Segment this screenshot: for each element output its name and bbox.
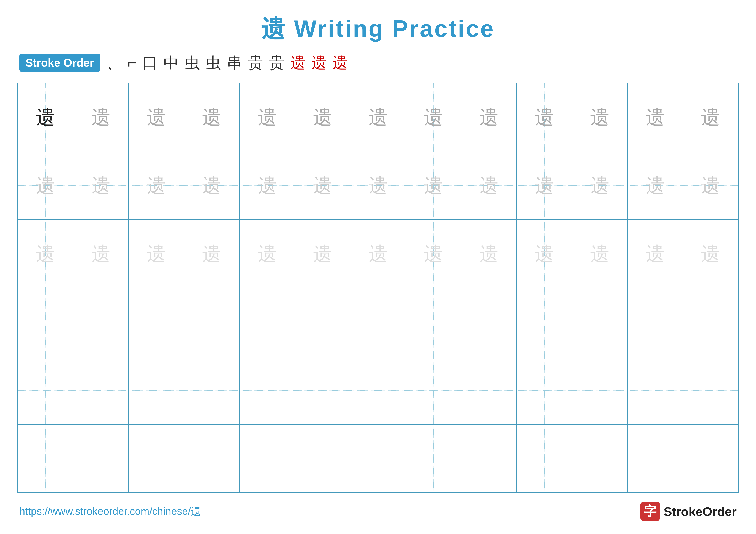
grid-cell[interactable]: [73, 356, 128, 424]
grid-cell[interactable]: [350, 288, 406, 356]
stroke-7: 串: [227, 55, 242, 70]
stroke-6: 虫: [206, 55, 221, 70]
practice-char: 遗: [92, 108, 110, 127]
grid-cell[interactable]: 遗: [406, 151, 461, 219]
practice-char: 遗: [147, 244, 166, 263]
grid-cell[interactable]: [184, 288, 239, 356]
grid-cell[interactable]: 遗: [295, 151, 350, 219]
stroke-sequence: 、 ⌐ 口 中 虫 虫 串 贵 贵 遗 遗 遗: [106, 55, 348, 70]
grid-cell[interactable]: 遗: [572, 151, 627, 219]
grid-cell[interactable]: [73, 288, 128, 356]
grid-cell[interactable]: [73, 424, 128, 493]
grid-cell[interactable]: 遗: [461, 151, 517, 219]
grid-cell[interactable]: 遗: [18, 151, 73, 219]
grid-cell[interactable]: [184, 424, 239, 493]
grid-cell[interactable]: 遗: [683, 83, 738, 151]
grid-cell[interactable]: [628, 424, 683, 493]
grid-cell[interactable]: [683, 356, 738, 424]
grid-cell[interactable]: [18, 288, 73, 356]
grid-cell[interactable]: 遗: [683, 219, 738, 288]
grid-cell[interactable]: [128, 356, 184, 424]
grid-cell[interactable]: 遗: [517, 219, 572, 288]
grid-cell[interactable]: 遗: [461, 83, 517, 151]
grid-cell[interactable]: [295, 356, 350, 424]
grid-cell[interactable]: 遗: [517, 151, 572, 219]
grid-cell[interactable]: 遗: [295, 219, 350, 288]
grid-cell[interactable]: 遗: [295, 83, 350, 151]
grid-cell[interactable]: 遗: [350, 151, 406, 219]
grid-cell[interactable]: [239, 288, 295, 356]
grid-cell[interactable]: [461, 424, 517, 493]
practice-char: 遗: [424, 244, 443, 263]
footer-url[interactable]: https://www.strokeorder.com/chinese/遗: [19, 504, 201, 518]
grid-cell[interactable]: 遗: [517, 83, 572, 151]
grid-cell[interactable]: [572, 356, 627, 424]
title-english: Writing Practice: [294, 15, 495, 42]
practice-char: 遗: [368, 108, 388, 127]
grid-cell[interactable]: 遗: [18, 219, 73, 288]
grid-cell[interactable]: 遗: [184, 151, 239, 219]
grid-cell[interactable]: [128, 424, 184, 493]
grid-cell[interactable]: [295, 288, 350, 356]
grid-cell[interactable]: 遗: [572, 219, 627, 288]
grid-cell[interactable]: [239, 424, 295, 493]
grid-cell[interactable]: 遗: [628, 83, 683, 151]
grid-cell[interactable]: [461, 356, 517, 424]
grid-cell[interactable]: 遗: [73, 219, 128, 288]
grid-cell[interactable]: 遗: [350, 83, 406, 151]
grid-cell[interactable]: 遗: [572, 83, 627, 151]
grid-cell[interactable]: [406, 424, 461, 493]
grid-cell[interactable]: 遗: [628, 219, 683, 288]
grid-cell[interactable]: [683, 288, 738, 356]
grid-cell[interactable]: [350, 424, 406, 493]
practice-char: 遗: [535, 176, 554, 195]
grid-cell[interactable]: 遗: [73, 83, 128, 151]
grid-cell[interactable]: [406, 356, 461, 424]
stroke-3: 口: [143, 55, 157, 70]
grid-cell[interactable]: 遗: [406, 83, 461, 151]
grid-cell[interactable]: 遗: [350, 219, 406, 288]
grid-cell[interactable]: 遗: [239, 83, 295, 151]
grid-cell[interactable]: [239, 356, 295, 424]
grid-cell[interactable]: [517, 288, 572, 356]
stroke-2: ⌐: [127, 55, 136, 70]
grid-cell[interactable]: [18, 424, 73, 493]
practice-char: 遗: [424, 108, 443, 127]
grid-cell[interactable]: [628, 288, 683, 356]
grid-cell[interactable]: [683, 424, 738, 493]
practice-char: 遗: [368, 244, 388, 263]
grid-cell[interactable]: [517, 424, 572, 493]
practice-char: 遗: [258, 176, 277, 195]
grid-cell[interactable]: 遗: [184, 219, 239, 288]
grid-cell[interactable]: [128, 288, 184, 356]
practice-char: 遗: [479, 176, 498, 195]
grid-cell[interactable]: [184, 356, 239, 424]
grid-cell[interactable]: [572, 424, 627, 493]
grid-cell[interactable]: [517, 356, 572, 424]
practice-char: 遗: [590, 108, 609, 127]
grid-cell[interactable]: 遗: [128, 151, 184, 219]
practice-char: 遗: [313, 176, 332, 195]
grid-cell[interactable]: [18, 356, 73, 424]
grid-cell[interactable]: [295, 424, 350, 493]
grid-cell[interactable]: 遗: [406, 219, 461, 288]
practice-char: 遗: [590, 176, 609, 195]
grid-cell[interactable]: 遗: [628, 151, 683, 219]
grid-cell[interactable]: 遗: [73, 151, 128, 219]
grid-cell[interactable]: 遗: [239, 219, 295, 288]
grid-cell[interactable]: [350, 356, 406, 424]
grid-cell[interactable]: 遗: [128, 83, 184, 151]
grid-cell[interactable]: 遗: [461, 219, 517, 288]
grid-cell[interactable]: [628, 356, 683, 424]
grid-cell[interactable]: [406, 288, 461, 356]
stroke-1: 、: [106, 55, 122, 70]
grid-cell[interactable]: [461, 288, 517, 356]
grid-cell[interactable]: [572, 288, 627, 356]
grid-cell[interactable]: 遗: [239, 151, 295, 219]
grid-cell[interactable]: 遗: [683, 151, 738, 219]
grid-cell[interactable]: 遗: [18, 83, 73, 151]
grid-cell[interactable]: 遗: [128, 219, 184, 288]
practice-char: 遗: [701, 176, 720, 195]
grid-cell[interactable]: 遗: [184, 83, 239, 151]
practice-char: 遗: [92, 244, 110, 263]
